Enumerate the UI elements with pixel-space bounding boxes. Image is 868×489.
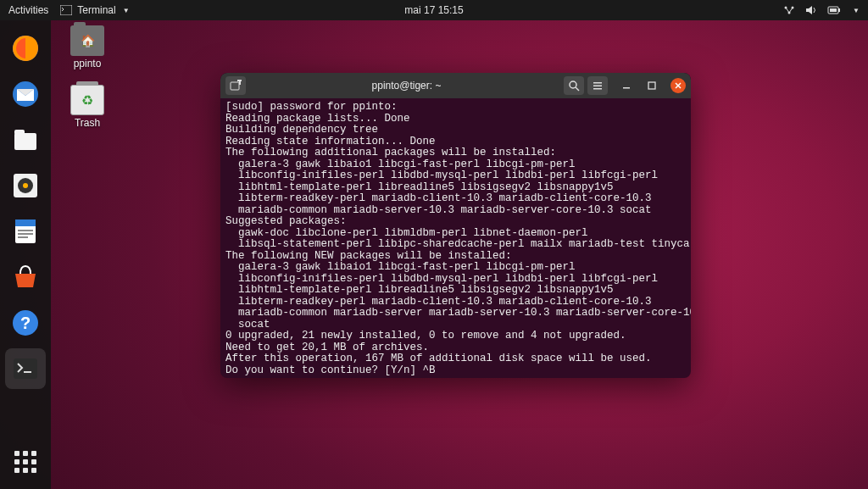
dock-item-firefox[interactable] (5, 28, 46, 69)
svg-rect-17 (18, 233, 33, 235)
svg-rect-23 (231, 82, 239, 90)
activities-button[interactable]: Activities (8, 4, 48, 16)
desktop-icons: 🏠 ppinto ♻ Trash (64, 25, 111, 129)
terminal-window: ppinto@tiger: ~ [sudo] password for ppin… (220, 73, 691, 378)
chevron-down-icon: ▼ (123, 7, 130, 14)
svg-text:?: ? (20, 314, 31, 332)
terminal-output[interactable]: [sudo] password for ppinto: Reading pack… (220, 98, 691, 378)
close-icon (674, 81, 682, 90)
terminal-icon (60, 5, 72, 15)
dock-item-help[interactable]: ? (5, 303, 46, 343)
maximize-icon (648, 81, 656, 90)
svg-rect-10 (14, 130, 25, 135)
window-title: ppinto@tiger: ~ (249, 80, 564, 92)
dock: ? (0, 20, 51, 489)
close-button[interactable] (670, 78, 686, 93)
desktop-icon-trash[interactable]: ♻ Trash (64, 85, 111, 129)
maximize-button[interactable] (645, 79, 659, 92)
dock-item-files[interactable] (5, 119, 46, 160)
menu-button[interactable] (587, 76, 608, 95)
hamburger-icon (592, 80, 604, 92)
minimize-icon (622, 81, 631, 90)
show-applications-button[interactable] (5, 442, 46, 482)
new-tab-button[interactable] (225, 76, 246, 95)
dock-item-terminal[interactable] (5, 348, 46, 389)
trash-icon: ♻ (70, 85, 104, 115)
chevron-down-icon[interactable]: ▼ (853, 7, 860, 14)
home-folder-icon: 🏠 (70, 25, 104, 56)
desktop-icon-label: ppinto (74, 58, 102, 69)
svg-rect-28 (593, 86, 602, 87)
desktop-icon-label: Trash (75, 117, 100, 129)
svg-rect-18 (18, 236, 28, 238)
battery-icon[interactable] (827, 5, 841, 15)
app-menu[interactable]: Terminal ▼ (60, 4, 129, 16)
search-button[interactable] (564, 76, 584, 95)
search-icon (568, 80, 580, 92)
dock-item-rhythmbox[interactable] (5, 165, 46, 206)
svg-rect-5 (838, 8, 840, 12)
svg-rect-6 (830, 8, 837, 12)
svg-rect-31 (648, 82, 655, 89)
minimize-button[interactable] (620, 79, 633, 92)
top-bar: Activities Terminal ▼ mai 17 15:15 ▼ (0, 0, 868, 20)
network-icon[interactable] (783, 5, 795, 15)
volume-icon[interactable] (805, 5, 817, 15)
svg-rect-22 (24, 371, 31, 373)
svg-rect-21 (14, 358, 37, 379)
svg-rect-9 (14, 133, 36, 150)
svg-point-13 (23, 183, 28, 188)
svg-rect-0 (60, 5, 72, 15)
svg-rect-25 (239, 80, 241, 85)
app-menu-label: Terminal (77, 4, 115, 16)
svg-rect-16 (18, 230, 33, 231)
terminal-titlebar[interactable]: ppinto@tiger: ~ (220, 73, 691, 98)
svg-rect-29 (593, 88, 602, 90)
dock-item-thunderbird[interactable] (5, 74, 46, 114)
dock-item-libreoffice[interactable] (5, 211, 46, 252)
desktop-icon-home[interactable]: 🏠 ppinto (64, 25, 111, 69)
dock-item-software[interactable] (5, 257, 46, 297)
clock[interactable]: mai 17 15:15 (404, 4, 463, 16)
svg-rect-15 (15, 219, 36, 226)
svg-point-26 (570, 81, 576, 88)
svg-rect-27 (593, 82, 602, 84)
svg-rect-30 (623, 87, 630, 89)
